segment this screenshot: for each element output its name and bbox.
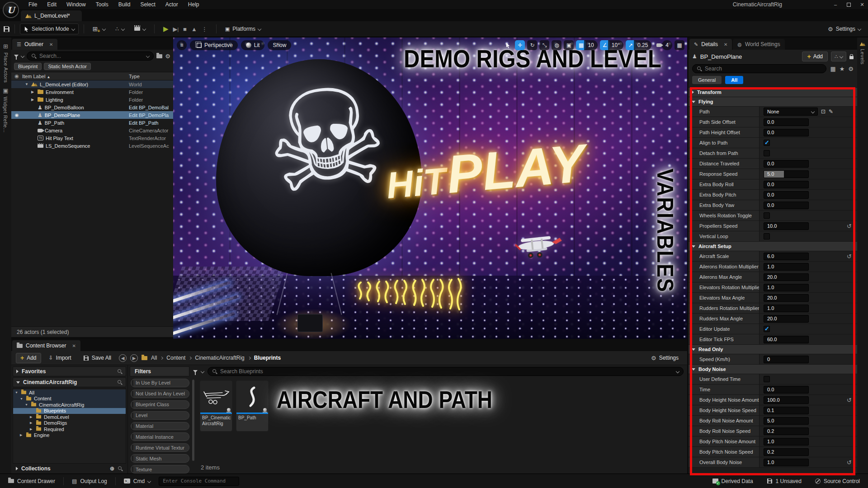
outliner-row[interactable]: ▼L_DemoLevel (Editor)World xyxy=(11,80,173,88)
outliner-row[interactable]: ♟BP_PathEdit BP_Path xyxy=(11,119,173,127)
reset-to-default-icon[interactable]: ↺ xyxy=(847,223,852,230)
breadcrumb-item[interactable]: Blueprints xyxy=(254,355,281,361)
close-tab-icon[interactable]: ✕ xyxy=(49,42,53,47)
perspective-button[interactable]: Perspective xyxy=(190,40,238,50)
visibility-eye-icon[interactable]: ◉ xyxy=(11,113,22,117)
edit-blueprint-link[interactable]: Edit BP_Path xyxy=(129,120,173,126)
source-control-button[interactable]: Source Control xyxy=(811,478,863,484)
save-icon[interactable] xyxy=(4,26,9,32)
menu-select[interactable]: Select xyxy=(135,0,160,9)
add-collection-icon[interactable]: ⊕ xyxy=(110,465,114,472)
surface-snap-icon[interactable]: ▣ xyxy=(564,40,574,50)
asset-tile[interactable]: BP_Cinematic AircraftRig xyxy=(200,380,232,432)
value-input[interactable]: 20.0 xyxy=(764,273,809,281)
rotate-tool-icon[interactable]: ↻ xyxy=(527,40,537,50)
details-settings-icon[interactable]: ⚙ xyxy=(848,66,854,72)
filter-pill[interactable]: Static Mesh xyxy=(131,454,189,463)
tab-content-browser[interactable]: Content Browser ✕ xyxy=(12,340,80,351)
filter-pill[interactable]: Runtime Virtual Textur xyxy=(131,443,189,452)
collections-section[interactable]: Collections ⊕ xyxy=(13,464,126,474)
minimize-icon[interactable]: – xyxy=(832,2,839,7)
value-input[interactable]: 20.0 xyxy=(764,294,809,302)
search-icon[interactable] xyxy=(118,466,123,471)
derived-data-button[interactable]: Derived Data xyxy=(709,478,757,484)
tree-item[interactable]: ▶Engine xyxy=(13,432,126,439)
eyedropper-icon[interactable]: ✎ xyxy=(829,108,833,115)
section-expander-icon[interactable] xyxy=(692,348,695,351)
menu-help[interactable]: Help xyxy=(183,0,204,9)
tab-outliner[interactable]: ☰ Outliner ✕ xyxy=(12,39,57,50)
filter-pill[interactable]: Texture xyxy=(131,465,189,474)
edit-blueprint-link[interactable]: Edit BP_DemoPla xyxy=(129,113,173,118)
filter-chip-all[interactable]: All xyxy=(725,76,743,84)
display-options-icon[interactable]: ▦ xyxy=(830,66,835,72)
value-input[interactable]: 1.0 xyxy=(764,284,809,291)
checkbox-unchecked[interactable] xyxy=(764,233,770,239)
outliner-row[interactable]: ▶LightingFolder xyxy=(11,96,173,103)
expander-icon[interactable]: ▶ xyxy=(31,98,35,102)
favorites-section[interactable]: Favorites xyxy=(13,366,126,376)
value-input[interactable]: 100.0 xyxy=(764,396,809,404)
sidebar-item-levels[interactable]: Levels xyxy=(859,42,866,65)
expander-icon[interactable]: ▼ xyxy=(25,82,29,86)
outliner-filter-chip[interactable]: Blueprint xyxy=(14,63,42,70)
breadcrumb-item[interactable]: Content xyxy=(166,355,185,361)
skip-icon[interactable]: ▶| xyxy=(173,26,179,33)
search-icon[interactable] xyxy=(117,380,123,385)
visibility-column-icon[interactable]: ◉ xyxy=(11,73,22,79)
value-input[interactable]: 1.0 xyxy=(764,305,809,312)
section-header[interactable]: Body Noise xyxy=(689,365,857,374)
pick-actor-icon[interactable]: ⊡ xyxy=(821,108,826,115)
value-input[interactable]: 1.0 xyxy=(764,459,809,466)
reset-to-default-icon[interactable]: ↺ xyxy=(847,459,852,466)
selection-mode-button[interactable]: Selection Mode xyxy=(20,23,79,34)
camera-speed-value[interactable]: 4 xyxy=(662,40,672,50)
content-drawer-button[interactable]: Content Drawer xyxy=(5,474,59,488)
add-button[interactable]: + Add xyxy=(16,353,41,363)
add-actor-button[interactable]: ⊞+ xyxy=(89,23,109,34)
section-expander-icon[interactable] xyxy=(692,90,694,94)
reset-to-default-icon[interactable]: ↺ xyxy=(847,253,852,260)
checkbox-unchecked[interactable] xyxy=(764,212,770,219)
filter-icon[interactable] xyxy=(193,370,198,373)
outliner-settings-icon[interactable]: ⚙ xyxy=(165,53,170,60)
close-icon[interactable]: ✕ xyxy=(859,2,865,8)
content-browser-settings-button[interactable]: ⚙ Settings xyxy=(647,353,683,363)
value-input[interactable]: 0.2 xyxy=(764,448,809,456)
viewport[interactable]: ☠ xyxy=(173,38,687,339)
expander-icon[interactable]: ▼ xyxy=(15,391,19,394)
column-type[interactable]: Type xyxy=(129,74,173,79)
save-view-icon[interactable] xyxy=(156,54,162,58)
section-header[interactable]: Aircraft Setup xyxy=(689,242,857,251)
select-tool-icon[interactable] xyxy=(503,40,513,50)
cmd-dropdown[interactable]: >_ Cmd xyxy=(120,474,154,488)
value-input[interactable]: 0.0 xyxy=(764,160,809,168)
cinematics-button[interactable] xyxy=(131,23,149,34)
move-tool-icon[interactable]: ✛ xyxy=(515,40,525,50)
close-tab-icon[interactable]: ✕ xyxy=(72,343,75,348)
value-input[interactable]: 0.0 xyxy=(764,181,809,188)
expander-icon[interactable]: ▶ xyxy=(30,427,33,431)
details-search-input[interactable]: Search xyxy=(692,64,826,73)
expander-icon[interactable]: ▶ xyxy=(20,433,24,437)
expander-icon[interactable]: ▼ xyxy=(25,403,28,406)
close-tab-icon[interactable]: ✕ xyxy=(724,42,727,47)
platforms-button[interactable]: ▣ Platforms xyxy=(222,23,264,34)
value-input[interactable]: 1.0 xyxy=(764,263,809,271)
expander-icon[interactable]: ▼ xyxy=(20,397,24,400)
menu-actor[interactable]: Actor xyxy=(160,0,183,9)
expander-icon[interactable]: ▶ xyxy=(31,90,35,94)
value-input[interactable]: 60.0 xyxy=(764,336,809,343)
value-input[interactable]: 0.1 xyxy=(764,407,809,414)
camera-speed-icon[interactable] xyxy=(654,40,664,50)
project-section[interactable]: CinematicAircraftRig xyxy=(13,377,126,387)
search-icon[interactable] xyxy=(117,369,123,374)
back-icon[interactable]: ◀ xyxy=(119,354,127,362)
lock-icon[interactable] xyxy=(849,56,854,59)
section-header[interactable]: Transform xyxy=(689,88,857,97)
outliner-row[interactable]: ♟BP_DemoBalloonEdit BP_DemoBal xyxy=(11,103,173,111)
favorites-star-icon[interactable]: ★ xyxy=(840,66,845,72)
add-component-button[interactable]: + Add xyxy=(802,52,828,61)
section-header[interactable]: Read Only xyxy=(689,345,857,354)
sidebar-item-widget-reflector[interactable]: ▣ Widget Refle... xyxy=(3,87,8,133)
